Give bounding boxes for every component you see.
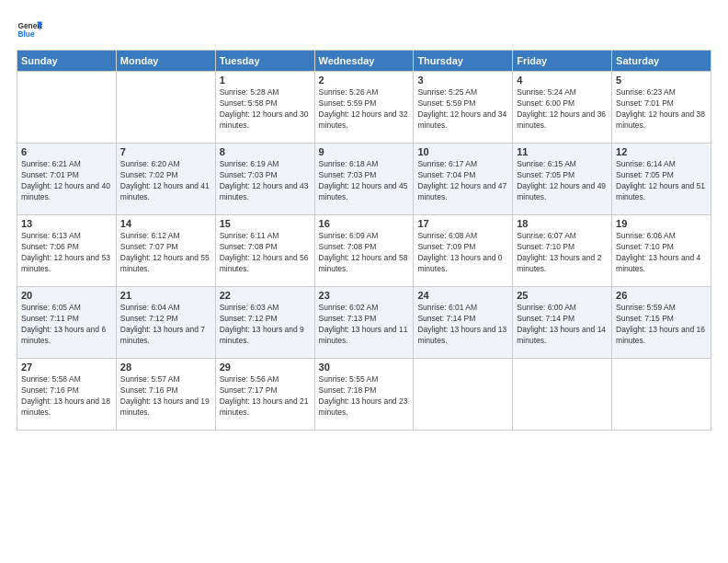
calendar-cell: 24Sunrise: 6:01 AM Sunset: 7:14 PM Dayli… bbox=[414, 287, 513, 359]
day-number: 23 bbox=[319, 290, 410, 301]
calendar-cell: 15Sunrise: 6:11 AM Sunset: 7:08 PM Dayli… bbox=[215, 215, 314, 287]
calendar-week-row: 6Sunrise: 6:21 AM Sunset: 7:01 PM Daylig… bbox=[17, 144, 711, 215]
day-number: 12 bbox=[616, 146, 707, 157]
day-number: 2 bbox=[319, 75, 410, 86]
calendar-cell: 10Sunrise: 6:17 AM Sunset: 7:04 PM Dayli… bbox=[414, 144, 513, 215]
day-number: 26 bbox=[616, 290, 707, 301]
calendar-cell bbox=[17, 72, 117, 144]
calendar-cell: 3Sunrise: 5:25 AM Sunset: 5:59 PM Daylig… bbox=[414, 72, 513, 144]
day-detail: Sunrise: 5:56 AM Sunset: 7:17 PM Dayligh… bbox=[220, 374, 311, 419]
calendar-cell: 16Sunrise: 6:09 AM Sunset: 7:08 PM Dayli… bbox=[314, 215, 414, 287]
day-detail: Sunrise: 6:04 AM Sunset: 7:12 PM Dayligh… bbox=[120, 303, 211, 347]
day-detail: Sunrise: 6:07 AM Sunset: 7:10 PM Dayligh… bbox=[517, 231, 608, 275]
calendar-cell bbox=[612, 359, 711, 431]
calendar-cell: 12Sunrise: 6:14 AM Sunset: 7:05 PM Dayli… bbox=[612, 144, 711, 215]
calendar-cell: 18Sunrise: 6:07 AM Sunset: 7:10 PM Dayli… bbox=[513, 215, 612, 287]
day-detail: Sunrise: 6:15 AM Sunset: 7:05 PM Dayligh… bbox=[517, 159, 608, 203]
day-detail: Sunrise: 6:08 AM Sunset: 7:09 PM Dayligh… bbox=[417, 231, 508, 275]
day-number: 13 bbox=[21, 218, 112, 229]
calendar-cell bbox=[116, 72, 215, 144]
day-number: 25 bbox=[517, 290, 608, 301]
calendar-cell: 14Sunrise: 6:12 AM Sunset: 7:07 PM Dayli… bbox=[116, 215, 215, 287]
calendar-cell: 13Sunrise: 6:13 AM Sunset: 7:06 PM Dayli… bbox=[17, 215, 117, 287]
day-detail: Sunrise: 6:20 AM Sunset: 7:02 PM Dayligh… bbox=[120, 159, 211, 203]
day-number: 22 bbox=[220, 290, 311, 301]
day-number: 1 bbox=[220, 75, 311, 86]
calendar-cell: 7Sunrise: 6:20 AM Sunset: 7:02 PM Daylig… bbox=[116, 144, 215, 215]
day-detail: Sunrise: 6:13 AM Sunset: 7:06 PM Dayligh… bbox=[21, 231, 112, 275]
svg-text:Blue: Blue bbox=[17, 29, 34, 39]
day-detail: Sunrise: 5:25 AM Sunset: 5:59 PM Dayligh… bbox=[417, 87, 508, 132]
day-detail: Sunrise: 5:59 AM Sunset: 7:15 PM Dayligh… bbox=[616, 303, 707, 347]
calendar-cell: 11Sunrise: 6:15 AM Sunset: 7:05 PM Dayli… bbox=[513, 144, 612, 215]
day-number: 24 bbox=[417, 290, 508, 301]
weekday-header: Friday bbox=[513, 51, 612, 72]
calendar-cell bbox=[414, 359, 513, 431]
calendar-cell: 28Sunrise: 5:57 AM Sunset: 7:16 PM Dayli… bbox=[116, 359, 215, 431]
calendar-cell: 22Sunrise: 6:03 AM Sunset: 7:12 PM Dayli… bbox=[215, 287, 314, 359]
day-number: 4 bbox=[517, 75, 608, 86]
weekday-header: Saturday bbox=[612, 51, 711, 72]
weekday-header: Monday bbox=[116, 51, 215, 72]
day-number: 20 bbox=[21, 290, 112, 301]
day-number: 18 bbox=[517, 218, 608, 229]
header: General Blue bbox=[17, 17, 711, 42]
day-number: 11 bbox=[517, 146, 608, 157]
day-number: 6 bbox=[21, 146, 112, 157]
day-detail: Sunrise: 6:06 AM Sunset: 7:10 PM Dayligh… bbox=[616, 231, 707, 275]
calendar-table: SundayMondayTuesdayWednesdayThursdayFrid… bbox=[17, 50, 711, 431]
day-detail: Sunrise: 6:00 AM Sunset: 7:14 PM Dayligh… bbox=[517, 303, 608, 347]
day-detail: Sunrise: 6:18 AM Sunset: 7:03 PM Dayligh… bbox=[319, 159, 410, 203]
logo-icon: General Blue bbox=[17, 17, 42, 42]
day-number: 21 bbox=[120, 290, 211, 301]
day-detail: Sunrise: 6:19 AM Sunset: 7:03 PM Dayligh… bbox=[220, 159, 311, 203]
logo: General Blue bbox=[17, 17, 42, 42]
calendar-cell: 8Sunrise: 6:19 AM Sunset: 7:03 PM Daylig… bbox=[215, 144, 314, 215]
weekday-header: Tuesday bbox=[215, 51, 314, 72]
day-number: 28 bbox=[120, 362, 211, 373]
page-container: General Blue SundayMondayTuesdayWednesda… bbox=[0, 0, 728, 563]
day-number: 19 bbox=[616, 218, 707, 229]
day-number: 29 bbox=[220, 362, 311, 373]
day-detail: Sunrise: 6:05 AM Sunset: 7:11 PM Dayligh… bbox=[21, 303, 112, 347]
calendar-cell: 26Sunrise: 5:59 AM Sunset: 7:15 PM Dayli… bbox=[612, 287, 711, 359]
day-detail: Sunrise: 5:57 AM Sunset: 7:16 PM Dayligh… bbox=[120, 374, 211, 419]
weekday-header: Thursday bbox=[414, 51, 513, 72]
calendar-cell: 17Sunrise: 6:08 AM Sunset: 7:09 PM Dayli… bbox=[414, 215, 513, 287]
day-number: 3 bbox=[417, 75, 508, 86]
calendar-cell: 30Sunrise: 5:55 AM Sunset: 7:18 PM Dayli… bbox=[314, 359, 414, 431]
day-number: 16 bbox=[319, 218, 410, 229]
day-detail: Sunrise: 5:55 AM Sunset: 7:18 PM Dayligh… bbox=[319, 374, 410, 419]
day-detail: Sunrise: 5:28 AM Sunset: 5:58 PM Dayligh… bbox=[220, 87, 311, 132]
calendar-cell: 19Sunrise: 6:06 AM Sunset: 7:10 PM Dayli… bbox=[612, 215, 711, 287]
day-detail: Sunrise: 6:17 AM Sunset: 7:04 PM Dayligh… bbox=[417, 159, 508, 203]
calendar-cell: 5Sunrise: 6:23 AM Sunset: 7:01 PM Daylig… bbox=[612, 72, 711, 144]
calendar-week-row: 27Sunrise: 5:58 AM Sunset: 7:16 PM Dayli… bbox=[17, 359, 711, 431]
calendar-week-row: 1Sunrise: 5:28 AM Sunset: 5:58 PM Daylig… bbox=[17, 72, 711, 144]
day-detail: Sunrise: 6:14 AM Sunset: 7:05 PM Dayligh… bbox=[616, 159, 707, 203]
calendar-cell: 9Sunrise: 6:18 AM Sunset: 7:03 PM Daylig… bbox=[314, 144, 414, 215]
day-number: 10 bbox=[417, 146, 508, 157]
day-detail: Sunrise: 6:02 AM Sunset: 7:13 PM Dayligh… bbox=[319, 303, 410, 347]
day-number: 17 bbox=[417, 218, 508, 229]
calendar-cell: 21Sunrise: 6:04 AM Sunset: 7:12 PM Dayli… bbox=[116, 287, 215, 359]
calendar-cell: 25Sunrise: 6:00 AM Sunset: 7:14 PM Dayli… bbox=[513, 287, 612, 359]
calendar-cell: 4Sunrise: 5:24 AM Sunset: 6:00 PM Daylig… bbox=[513, 72, 612, 144]
day-number: 30 bbox=[319, 362, 410, 373]
calendar-cell: 1Sunrise: 5:28 AM Sunset: 5:58 PM Daylig… bbox=[215, 72, 314, 144]
day-number: 8 bbox=[220, 146, 311, 157]
day-number: 14 bbox=[120, 218, 211, 229]
day-detail: Sunrise: 5:24 AM Sunset: 6:00 PM Dayligh… bbox=[517, 87, 608, 132]
day-number: 7 bbox=[120, 146, 211, 157]
day-detail: Sunrise: 6:12 AM Sunset: 7:07 PM Dayligh… bbox=[120, 231, 211, 275]
calendar-cell bbox=[513, 359, 612, 431]
calendar-week-row: 20Sunrise: 6:05 AM Sunset: 7:11 PM Dayli… bbox=[17, 287, 711, 359]
calendar-header-row: SundayMondayTuesdayWednesdayThursdayFrid… bbox=[17, 51, 711, 72]
day-detail: Sunrise: 6:21 AM Sunset: 7:01 PM Dayligh… bbox=[21, 159, 112, 203]
day-number: 27 bbox=[21, 362, 112, 373]
weekday-header: Wednesday bbox=[314, 51, 414, 72]
day-detail: Sunrise: 6:09 AM Sunset: 7:08 PM Dayligh… bbox=[319, 231, 410, 275]
day-detail: Sunrise: 6:11 AM Sunset: 7:08 PM Dayligh… bbox=[220, 231, 311, 275]
calendar-week-row: 13Sunrise: 6:13 AM Sunset: 7:06 PM Dayli… bbox=[17, 215, 711, 287]
calendar-cell: 29Sunrise: 5:56 AM Sunset: 7:17 PM Dayli… bbox=[215, 359, 314, 431]
